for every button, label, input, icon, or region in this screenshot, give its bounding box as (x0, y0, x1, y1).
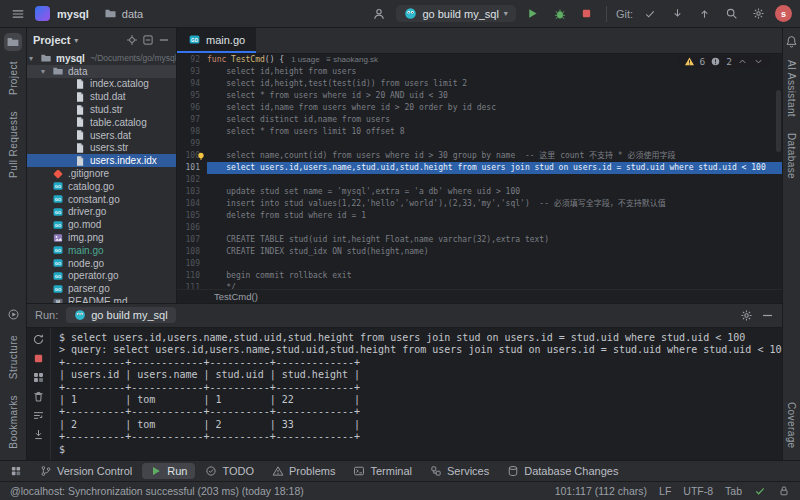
tree-item-README.md[interactable]: MREADME.md (27, 295, 176, 303)
tree-item-driver.go[interactable]: GOdriver.go (27, 206, 176, 219)
locate-icon[interactable] (126, 34, 138, 46)
git-push-icon[interactable] (694, 4, 714, 24)
stripe-label-database[interactable]: Database (786, 133, 797, 179)
tool-button-problems[interactable]: Problems (264, 463, 343, 479)
code-line-106[interactable]: 106 (177, 222, 782, 234)
prev-problem-icon[interactable] (737, 56, 748, 67)
stripe-label-bookmarks[interactable]: Bookmarks (8, 395, 19, 449)
code-area[interactable]: 92func TestCmd() { 1 usage ≡ shaokang.sk… (177, 54, 782, 289)
tree-item-users.dat[interactable]: users.dat (27, 129, 176, 142)
tree-item-node.go[interactable]: GOnode.go (27, 257, 176, 270)
folder-breadcrumb[interactable]: data (104, 7, 143, 20)
tree-root[interactable]: ▾ mysql ~/Documents/go/mysql (27, 52, 176, 65)
expand-chevron-icon[interactable]: ▾ (41, 67, 50, 76)
run-tool-icon[interactable] (5, 306, 22, 323)
code-line-104[interactable]: 104 insert into stud values(1,22,'hello'… (177, 198, 782, 210)
code-line-108[interactable]: 108 CREATE INDEX stud_idx ON stud(height… (177, 246, 782, 258)
code-line-111[interactable]: 111 */ (177, 282, 782, 289)
user-avatar[interactable]: s (775, 5, 792, 22)
project-panel-title[interactable]: Project (33, 34, 70, 46)
stripe-label-project[interactable]: Project (8, 61, 19, 95)
tool-button-terminal[interactable]: Terminal (345, 463, 420, 479)
tool-button-database-changes[interactable]: Database Changes (499, 463, 626, 479)
caret-position[interactable]: 101:117 (112 chars) (555, 485, 647, 497)
indent-style[interactable]: Tab (725, 485, 742, 497)
stripe-label-coverage[interactable]: Coverage (786, 402, 797, 449)
tree-item-parser.go[interactable]: GOparser.go (27, 282, 176, 295)
tree-item-go.mod[interactable]: GOgo.mod (27, 218, 176, 231)
console-output[interactable]: $ select users.id,users.name,stud.uid,st… (51, 328, 782, 460)
git-check-icon[interactable] (640, 4, 660, 24)
collapse-all-icon[interactable] (142, 34, 154, 46)
tool-button-version-control[interactable]: Version Control (32, 463, 140, 479)
project-tool-button[interactable] (4, 33, 22, 51)
scroll-to-end-icon[interactable] (32, 428, 45, 441)
tree-item-index.catalog[interactable]: index.catalog (27, 78, 176, 91)
next-problem-icon[interactable] (753, 56, 764, 67)
stripe-label-structure[interactable]: Structure (8, 335, 19, 379)
tree-item-catalog.go[interactable]: GOcatalog.go (27, 180, 176, 193)
search-icon[interactable] (721, 4, 741, 24)
tool-button-services[interactable]: Services (422, 463, 497, 479)
hamburger-menu-icon[interactable] (8, 4, 28, 24)
editor-tab-main-go[interactable]: GO main.go (177, 28, 256, 53)
tree-item-img.png[interactable]: img.png (27, 231, 176, 244)
tree-item-users.str[interactable]: users.str (27, 142, 176, 155)
chevron-down-icon[interactable]: ▾ (74, 36, 78, 45)
tree-item-users.index.idx[interactable]: users.index.idx (27, 154, 176, 167)
code-line-107[interactable]: 107 CREATE TABLE stud(uid int,height Flo… (177, 234, 782, 246)
code-line-105[interactable]: 105 delete from stud where id = 1 (177, 210, 782, 222)
hide-panel-icon[interactable] (761, 309, 774, 322)
code-line-96[interactable]: 96 select id,name from users where id > … (177, 102, 782, 114)
run-button[interactable] (523, 4, 543, 24)
rerun-icon[interactable] (32, 333, 45, 346)
stop-icon[interactable] (32, 352, 45, 365)
code-line-95[interactable]: 95 select * from users where id > 20 AND… (177, 90, 782, 102)
code-line-101[interactable]: 101 select users.id,users.name,stud.uid,… (177, 162, 782, 174)
restore-layout-icon[interactable] (32, 371, 45, 384)
notifications-bell-icon[interactable] (783, 33, 800, 50)
tool-window-switcher-icon[interactable] (6, 461, 26, 481)
tree-item-constant.go[interactable]: GOconstant.go (27, 193, 176, 206)
project-tree[interactable]: ▾ mysql ~/Documents/go/mysql ▾dataindex.… (27, 52, 176, 303)
code-line-109[interactable]: 109 (177, 258, 782, 270)
stop-button[interactable] (577, 4, 597, 24)
intention-bulb-icon[interactable] (196, 151, 206, 161)
tree-item-data[interactable]: ▾data (27, 65, 176, 78)
code-line-110[interactable]: 110 begin commit rollback exit (177, 270, 782, 282)
expand-chevron-icon[interactable]: ▾ (29, 54, 38, 63)
run-tab[interactable]: go build my_sql (66, 307, 175, 323)
run-config-selector[interactable]: go build my_sql ▾ (396, 5, 515, 22)
tree-item-table.catalog[interactable]: table.catalog (27, 116, 176, 129)
code-line-97[interactable]: 97 select distinct id,name from users (177, 114, 782, 126)
tree-item-stud.dat[interactable]: stud.dat (27, 90, 176, 103)
inspections-ok-icon[interactable] (754, 485, 766, 497)
tool-button-todo[interactable]: TODO (197, 463, 262, 479)
breadcrumb[interactable]: TestCmd() (177, 289, 782, 303)
clear-output-icon[interactable] (32, 390, 45, 403)
editor-scrollbar[interactable] (776, 90, 781, 152)
code-line-100[interactable]: 100 select name,count(id) from users whe… (177, 150, 782, 162)
stripe-label-pull-requests[interactable]: Pull Requests (8, 111, 19, 178)
git-widget-label[interactable]: Git: (616, 8, 633, 20)
project-name[interactable]: mysql (57, 8, 89, 20)
code-line-99[interactable]: 99 (177, 138, 782, 150)
settings-gear-icon[interactable] (748, 4, 768, 24)
tree-item-.gitignore[interactable]: .gitignore (27, 167, 176, 180)
tree-item-main.go[interactable]: GOmain.go (27, 244, 176, 257)
run-settings-gear-icon[interactable] (740, 309, 753, 322)
code-line-102[interactable]: 102 (177, 174, 782, 186)
code-line-98[interactable]: 98 select * from users limit 10 offset 8 (177, 126, 782, 138)
debug-button[interactable] (550, 4, 570, 24)
code-line-103[interactable]: 103 update stud set name = 'mysql',extra… (177, 186, 782, 198)
line-separator[interactable]: LF (659, 485, 671, 497)
inspection-widget[interactable]: 6 2 (678, 55, 770, 68)
code-with-me-icon[interactable] (369, 4, 389, 24)
soft-wrap-icon[interactable] (32, 409, 45, 422)
git-update-icon[interactable] (667, 4, 687, 24)
file-encoding[interactable]: UTF-8 (683, 485, 713, 497)
tree-item-operator.go[interactable]: GOoperator.go (27, 270, 176, 283)
tree-item-stud.str[interactable]: stud.str (27, 103, 176, 116)
hide-panel-icon[interactable] (158, 34, 170, 46)
tool-button-run[interactable]: Run (142, 463, 195, 479)
